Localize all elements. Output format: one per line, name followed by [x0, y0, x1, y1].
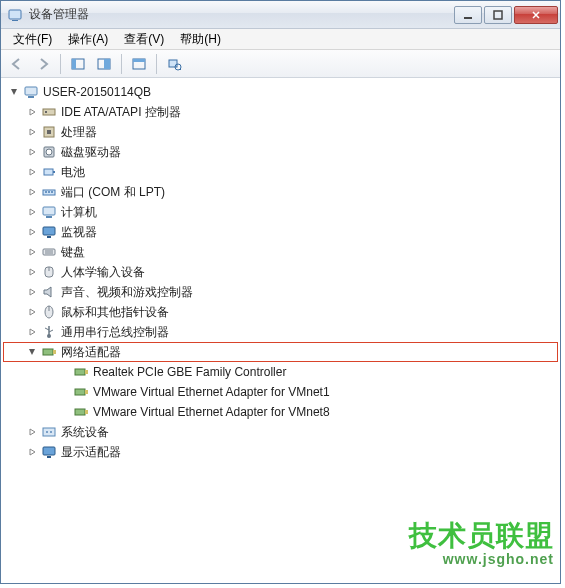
minimize-button[interactable]	[454, 6, 482, 24]
tree-node-nic[interactable]: VMware Virtual Ethernet Adapter for VMne…	[3, 382, 558, 402]
svg-rect-7	[104, 59, 110, 69]
tree-node[interactable]: IDE ATA/ATAPI 控制器	[3, 102, 558, 122]
node-label: 通用串行总线控制器	[61, 324, 169, 341]
computer-icon	[23, 84, 39, 100]
menu-help[interactable]: 帮助(H)	[172, 29, 229, 50]
scan-button[interactable]	[162, 53, 186, 75]
net-icon	[73, 404, 89, 420]
node-label: 电池	[61, 164, 85, 181]
expand-icon[interactable]	[25, 185, 39, 199]
forward-button[interactable]	[31, 53, 55, 75]
node-label: 键盘	[61, 244, 85, 261]
tree-node[interactable]: 处理器	[3, 122, 558, 142]
tree-panel[interactable]: USER-20150114QB IDE ATA/ATAPI 控制器处理器磁盘驱动…	[1, 78, 560, 583]
svg-rect-43	[53, 350, 56, 354]
properties-button[interactable]	[92, 53, 116, 75]
expand-icon[interactable]	[25, 125, 39, 139]
net-icon	[73, 384, 89, 400]
tree-node[interactable]: 端口 (COM 和 LPT)	[3, 182, 558, 202]
svg-rect-31	[43, 249, 55, 255]
node-label: 端口 (COM 和 LPT)	[61, 184, 165, 201]
menu-view[interactable]: 查看(V)	[116, 29, 172, 50]
svg-rect-3	[494, 11, 502, 19]
toolbar-separator	[60, 54, 61, 74]
app-icon	[7, 7, 23, 23]
node-label: VMware Virtual Ethernet Adapter for VMne…	[93, 405, 330, 419]
maximize-button[interactable]	[484, 6, 512, 24]
tree-node[interactable]: 电池	[3, 162, 558, 182]
cpu-icon	[41, 124, 57, 140]
tree-node[interactable]: 显示适配器	[3, 442, 558, 462]
help-button[interactable]	[127, 53, 151, 75]
node-label: Realtek PCIe GBE Family Controller	[93, 365, 286, 379]
svg-rect-1	[12, 20, 18, 21]
svg-rect-50	[43, 428, 55, 436]
svg-rect-10	[169, 60, 177, 67]
svg-rect-2	[464, 17, 472, 19]
tree-node[interactable]: 声音、视频和游戏控制器	[3, 282, 558, 302]
expand-icon[interactable]	[25, 225, 39, 239]
node-label: IDE ATA/ATAPI 控制器	[61, 104, 181, 121]
expand-icon[interactable]	[25, 205, 39, 219]
mouse-icon	[41, 304, 57, 320]
battery-icon	[41, 164, 57, 180]
svg-rect-46	[75, 389, 85, 395]
system-icon	[41, 424, 57, 440]
tree-node[interactable]: 鼠标和其他指针设备	[3, 302, 558, 322]
tree-node-nic[interactable]: Realtek PCIe GBE Family Controller	[3, 362, 558, 382]
expand-icon[interactable]	[25, 285, 39, 299]
collapse-icon[interactable]	[7, 85, 21, 99]
tree-node[interactable]: 人体学输入设备	[3, 262, 558, 282]
expand-icon[interactable]	[25, 445, 39, 459]
back-button[interactable]	[5, 53, 29, 75]
tree-node[interactable]: 计算机	[3, 202, 558, 222]
watermark: 技术员联盟 www.jsgho.net	[409, 517, 554, 567]
svg-point-26	[51, 191, 53, 193]
menu-action[interactable]: 操作(A)	[60, 29, 116, 50]
expand-icon[interactable]	[25, 165, 39, 179]
network-adapter-icon	[41, 344, 57, 360]
node-label: 人体学输入设备	[61, 264, 145, 281]
node-label: 计算机	[61, 204, 97, 221]
svg-rect-49	[85, 410, 88, 414]
menu-file[interactable]: 文件(F)	[5, 29, 60, 50]
tree-node[interactable]: 磁盘驱动器	[3, 142, 558, 162]
expand-icon[interactable]	[25, 325, 39, 339]
expand-icon[interactable]	[25, 425, 39, 439]
window-controls	[452, 6, 558, 24]
collapse-icon[interactable]	[25, 345, 39, 359]
device-manager-window: 设备管理器 文件(F) 操作(A) 查看(V) 帮助(H) USER-20150…	[0, 0, 561, 584]
svg-point-52	[50, 431, 52, 433]
tree-root[interactable]: USER-20150114QB	[3, 82, 558, 102]
show-hide-button[interactable]	[66, 53, 90, 75]
svg-rect-53	[43, 447, 55, 455]
network-label: 网络适配器	[61, 344, 121, 361]
svg-rect-47	[85, 390, 88, 394]
tree-node[interactable]: 通用串行总线控制器	[3, 322, 558, 342]
svg-point-24	[45, 191, 47, 193]
root-label: USER-20150114QB	[43, 85, 151, 99]
expand-icon[interactable]	[25, 105, 39, 119]
svg-rect-15	[43, 109, 55, 115]
close-button[interactable]	[514, 6, 558, 24]
expand-icon[interactable]	[25, 245, 39, 259]
expand-icon[interactable]	[25, 145, 39, 159]
node-label: 磁盘驱动器	[61, 144, 121, 161]
svg-rect-22	[53, 171, 55, 173]
sound-icon	[41, 284, 57, 300]
keyboard-icon	[41, 244, 57, 260]
tree-node[interactable]: 监视器	[3, 222, 558, 242]
expand-icon[interactable]	[25, 305, 39, 319]
svg-rect-9	[133, 59, 145, 62]
expand-icon[interactable]	[25, 265, 39, 279]
tree-node-nic[interactable]: VMware Virtual Ethernet Adapter for VMne…	[3, 402, 558, 422]
node-label: 声音、视频和游戏控制器	[61, 284, 193, 301]
tree-node[interactable]: 键盘	[3, 242, 558, 262]
net-icon	[73, 364, 89, 380]
tree-node[interactable]: 系统设备	[3, 422, 558, 442]
node-label: 监视器	[61, 224, 97, 241]
tree-node-network[interactable]: 网络适配器	[3, 342, 558, 362]
display-icon	[41, 444, 57, 460]
svg-rect-14	[28, 96, 34, 98]
svg-rect-28	[46, 216, 52, 218]
